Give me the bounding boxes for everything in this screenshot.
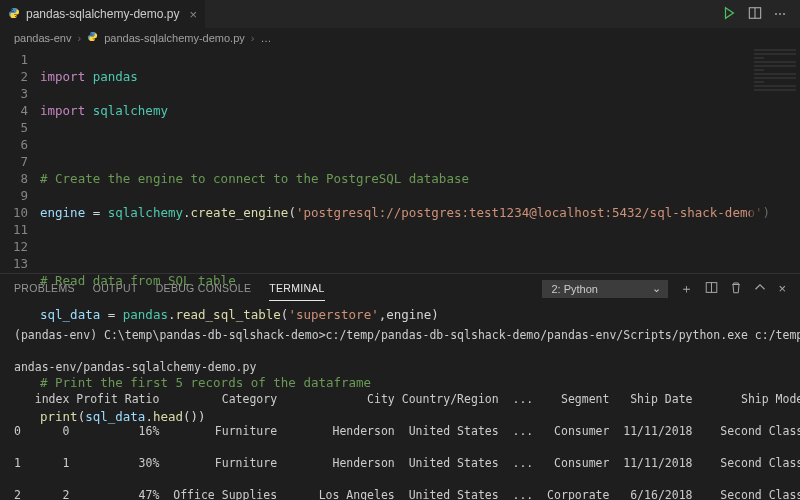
line-number: 7 (0, 153, 28, 170)
identifier: engine (40, 205, 85, 220)
keyword: import (40, 103, 85, 118)
function: print (40, 409, 78, 424)
punct: ()) (183, 409, 206, 424)
run-icon[interactable] (722, 6, 736, 23)
tab-bar: pandas-sqlalchemy-demo.py × ⋯ (0, 0, 800, 28)
line-number: 8 (0, 170, 28, 187)
operator: = (85, 205, 108, 220)
punct: ,engine) (379, 307, 439, 322)
chevron-right-icon: › (251, 32, 255, 44)
maximize-panel-icon[interactable] (754, 281, 766, 296)
breadcrumb[interactable]: pandas-env › pandas-sqlalchemy-demo.py ›… (0, 28, 800, 47)
line-number: 6 (0, 136, 28, 153)
string: 'superstore' (288, 307, 378, 322)
keyword: import (40, 69, 85, 84)
line-number-gutter: 1 2 3 4 5 6 7 8 9 10 11 12 13 (0, 47, 40, 273)
comment: # Create the engine to connect to the Po… (40, 171, 469, 186)
comment: # Read data from SQL table (40, 273, 236, 288)
identifier: sql_data (85, 409, 145, 424)
line-number: 12 (0, 238, 28, 255)
function: head (153, 409, 183, 424)
module: sqlalchemy (108, 205, 183, 220)
line-number: 3 (0, 85, 28, 102)
kill-terminal-icon[interactable] (730, 281, 742, 297)
tab-bar-left: pandas-sqlalchemy-demo.py × (0, 0, 206, 28)
code-editor[interactable]: 1 2 3 4 5 6 7 8 9 10 11 12 13 import pan… (0, 47, 800, 273)
tab-filename: pandas-sqlalchemy-demo.py (26, 7, 179, 21)
python-file-icon (8, 7, 20, 21)
module: pandas (93, 69, 138, 84)
line-number: 2 (0, 68, 28, 85)
python-file-icon (87, 31, 98, 44)
line-number: 11 (0, 221, 28, 238)
terminal-selector[interactable]: 2: Python (542, 280, 668, 298)
line-number: 1 (0, 51, 28, 68)
line-number: 4 (0, 102, 28, 119)
operator: = (100, 307, 123, 322)
comment: # Print the first 5 records of the dataf… (40, 375, 371, 390)
line-number: 5 (0, 119, 28, 136)
more-actions-icon[interactable]: ⋯ (774, 7, 786, 21)
line-number: 10 (0, 204, 28, 221)
chevron-right-icon: › (78, 32, 82, 44)
minimap[interactable] (750, 47, 800, 273)
punct: . (145, 409, 153, 424)
breadcrumb-seg[interactable]: pandas-env (14, 32, 72, 44)
line-number: 9 (0, 187, 28, 204)
editor-tab-active[interactable]: pandas-sqlalchemy-demo.py × (0, 0, 206, 28)
function: create_engine (191, 205, 289, 220)
new-terminal-icon[interactable]: ＋ (680, 280, 693, 298)
punct: . (183, 205, 191, 220)
function: read_sql_table (175, 307, 280, 322)
code-area[interactable]: import pandas import sqlalchemy # Create… (40, 47, 770, 273)
split-terminal-icon[interactable] (705, 281, 718, 297)
close-panel-icon[interactable]: × (778, 281, 786, 296)
line-number: 13 (0, 255, 28, 272)
module: pandas (123, 307, 168, 322)
split-editor-icon[interactable] (748, 6, 762, 23)
terminal-selector-label: 2: Python (551, 283, 597, 295)
close-icon[interactable]: × (189, 7, 197, 22)
module: sqlalchemy (93, 103, 168, 118)
breadcrumb-trail[interactable]: … (260, 32, 271, 44)
breadcrumb-seg[interactable]: pandas-sqlalchemy-demo.py (104, 32, 245, 44)
tab-bar-right: ⋯ (722, 6, 800, 23)
string: 'postgresql://postgres:test1234@localhos… (296, 205, 763, 220)
punct: ( (288, 205, 296, 220)
identifier: sql_data (40, 307, 100, 322)
